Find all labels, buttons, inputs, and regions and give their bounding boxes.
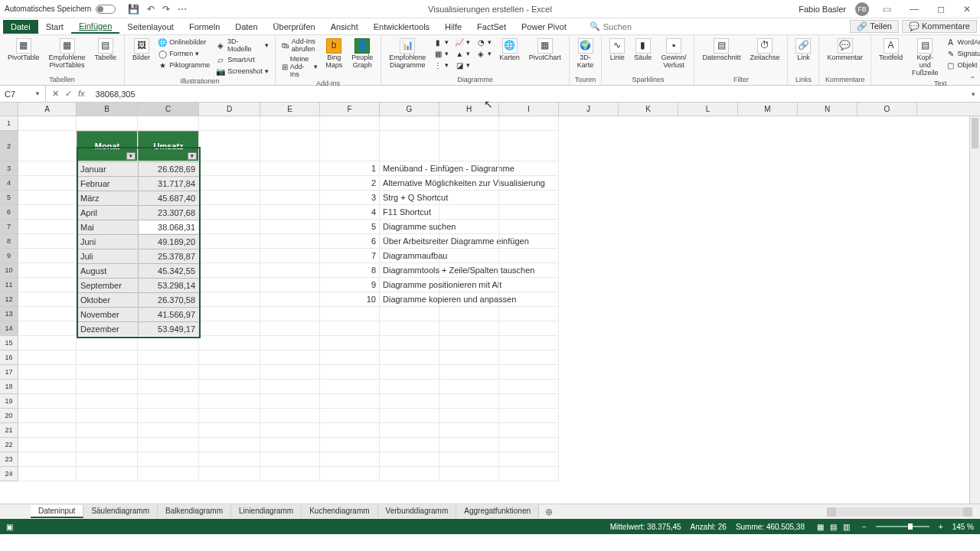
combo-chart-button[interactable]: ◪▾ [453, 60, 472, 70]
formula-input[interactable]: 38068,305 [91, 90, 967, 99]
cell[interactable] [77, 409, 138, 423]
col-header[interactable]: F [320, 103, 380, 116]
cell[interactable] [138, 452, 199, 467]
cell[interactable]: 45.687,40 [138, 191, 199, 205]
cell[interactable] [18, 191, 77, 205]
formen-button[interactable]: ◯Formen ▾ [156, 48, 211, 59]
cell[interactable] [380, 365, 439, 380]
cell[interactable] [439, 423, 499, 438]
cell[interactable] [380, 350, 439, 365]
cell[interactable] [260, 365, 320, 380]
cell[interactable] [18, 249, 77, 263]
cell[interactable] [77, 336, 138, 350]
row-header[interactable]: 24 [0, 467, 18, 481]
cell[interactable] [499, 220, 559, 234]
cell[interactable] [260, 205, 320, 220]
row-header[interactable]: 19 [0, 394, 18, 409]
cell[interactable] [320, 452, 380, 467]
cell[interactable]: 26.370,58 [138, 292, 199, 307]
cell[interactable] [380, 423, 439, 438]
cell[interactable]: 9 [320, 278, 380, 292]
cell[interactable] [439, 116, 499, 131]
cell[interactable] [439, 220, 499, 234]
cell[interactable]: 10 [320, 292, 380, 307]
surface-button[interactable]: ◈▾ [475, 48, 493, 59]
textfeld-button[interactable]: ATextfeld [876, 37, 906, 64]
cell[interactable] [77, 380, 138, 394]
tab-seitenlayout[interactable]: Seitenlayout [119, 21, 181, 33]
linie-button[interactable]: ∿Linie [606, 37, 628, 64]
sheet-tab[interactable]: Kuchendiagramm [302, 505, 377, 518]
cell[interactable] [380, 131, 439, 161]
cell[interactable]: 3 [320, 191, 380, 205]
cell[interactable] [199, 307, 260, 321]
cell[interactable]: 45.342,55 [138, 263, 199, 278]
cell[interactable]: Menüband - Einfügen - Diagramme [380, 161, 439, 176]
chevron-down-icon[interactable]: ▼ [34, 90, 41, 97]
cell[interactable] [439, 409, 499, 423]
cell[interactable] [199, 467, 260, 481]
cell[interactable] [439, 176, 499, 191]
cell[interactable] [439, 321, 499, 336]
cell[interactable] [439, 380, 499, 394]
cell[interactable] [77, 438, 138, 452]
empfohlene-diagramme-button[interactable]: 📊Empfohlene Diagramme [386, 37, 429, 71]
cell[interactable]: 49.189,20 [138, 234, 199, 249]
cell[interactable] [18, 116, 77, 131]
stat-chart-button[interactable]: ▲▾ [453, 48, 472, 59]
cell[interactable]: 31.717,84 [138, 176, 199, 191]
col-header[interactable]: N [798, 103, 858, 116]
cell[interactable] [380, 438, 439, 452]
cell[interactable] [499, 263, 559, 278]
cell[interactable] [199, 278, 260, 292]
col-header[interactable]: B [77, 103, 138, 116]
zoom-level[interactable]: 145 % [952, 523, 974, 531]
cell[interactable] [260, 307, 320, 321]
close-icon[interactable]: ✕ [959, 4, 975, 15]
smartart-button[interactable]: ▱SmartArt [214, 54, 270, 65]
screenshot-button[interactable]: 📷Screenshot ▾ [214, 66, 270, 77]
cell[interactable] [199, 336, 260, 350]
cell[interactable] [260, 292, 320, 307]
cell[interactable]: Dezember [77, 321, 138, 336]
cell[interactable] [18, 321, 77, 336]
cell[interactable] [499, 205, 559, 220]
cell[interactable] [439, 263, 499, 278]
datenschnitt-button[interactable]: ▤Datenschnitt [699, 37, 743, 64]
cell[interactable]: 8 [320, 263, 380, 278]
cell[interactable] [260, 452, 320, 467]
fx-icon[interactable]: fx [78, 89, 85, 99]
cell[interactable]: Diagramme kopieren und anpassen [380, 292, 439, 307]
cell[interactable] [380, 452, 439, 467]
cell[interactable] [439, 394, 499, 409]
cell[interactable] [260, 220, 320, 234]
cell[interactable] [260, 131, 320, 161]
cell[interactable] [199, 292, 260, 307]
expand-icon[interactable]: ▾ [967, 90, 980, 98]
cell[interactable] [199, 380, 260, 394]
cell[interactable] [199, 321, 260, 336]
cell[interactable] [499, 249, 559, 263]
tab-ansicht[interactable]: Ansicht [323, 21, 366, 33]
cell[interactable] [199, 191, 260, 205]
row-header[interactable]: 23 [0, 452, 18, 467]
sheet-tab[interactable]: Aggregatfunktionen [456, 505, 539, 518]
cell[interactable] [499, 131, 559, 161]
select-all-corner[interactable] [0, 103, 18, 116]
cell[interactable]: April [77, 205, 138, 220]
minimize-icon[interactable]: — [905, 4, 923, 15]
cell[interactable] [18, 161, 77, 176]
row-header[interactable]: 18 [0, 380, 18, 394]
tab-formeln[interactable]: Formeln [181, 21, 227, 33]
kommentare-button[interactable]: 💬 Kommentare [902, 20, 977, 33]
cell[interactable] [260, 234, 320, 249]
pie-chart-button[interactable]: ◔▾ [475, 37, 493, 47]
row-header[interactable]: 15 [0, 336, 18, 350]
cell[interactable] [499, 176, 559, 191]
cell[interactable] [199, 234, 260, 249]
bing-maps-button[interactable]: bBing Maps [322, 37, 345, 71]
cell[interactable] [380, 336, 439, 350]
cell[interactable] [380, 467, 439, 481]
col-header[interactable]: O [858, 103, 917, 116]
tab-powerpivot[interactable]: Power Pivot [514, 21, 574, 33]
